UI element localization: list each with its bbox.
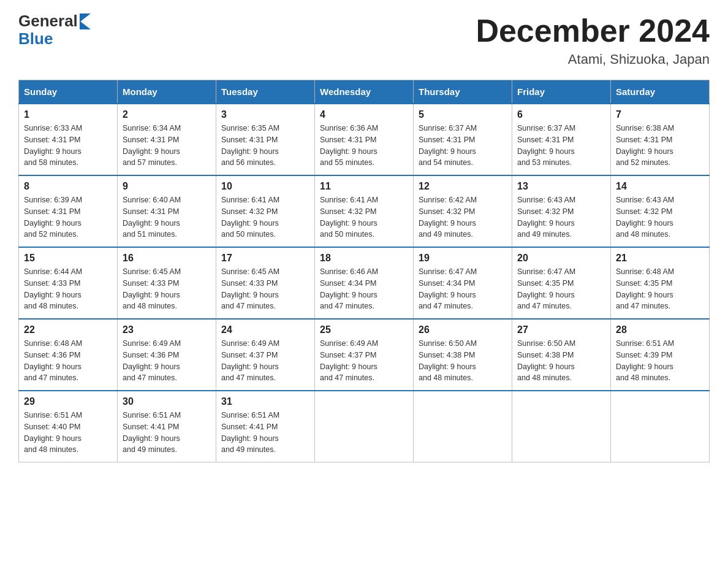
title-block: December 2024 Atami, Shizuoka, Japan	[476, 12, 710, 67]
calendar-day-cell: 29 Sunrise: 6:51 AMSunset: 4:40 PMDaylig…	[19, 391, 118, 462]
calendar-day-cell: 20 Sunrise: 6:47 AMSunset: 4:35 PMDaylig…	[512, 247, 611, 319]
calendar-day-cell: 4 Sunrise: 6:36 AMSunset: 4:31 PMDayligh…	[315, 104, 414, 175]
day-number: 14	[616, 181, 704, 192]
calendar-day-cell: 9 Sunrise: 6:40 AMSunset: 4:31 PMDayligh…	[118, 175, 216, 247]
month-title: December 2024	[476, 12, 710, 49]
day-info: Sunrise: 6:48 AMSunset: 4:35 PMDaylight:…	[616, 266, 704, 312]
day-number: 10	[221, 181, 309, 192]
day-number: 25	[320, 324, 408, 335]
calendar-day-cell	[512, 391, 611, 462]
location: Atami, Shizuoka, Japan	[476, 52, 710, 67]
calendar-day-cell: 22 Sunrise: 6:48 AMSunset: 4:36 PMDaylig…	[19, 319, 118, 391]
calendar-day-cell: 19 Sunrise: 6:47 AMSunset: 4:34 PMDaylig…	[414, 247, 512, 319]
day-number: 28	[616, 324, 704, 335]
calendar-header-row: SundayMondayTuesdayWednesdayThursdayFrid…	[19, 80, 710, 104]
calendar-week-5: 29 Sunrise: 6:51 AMSunset: 4:40 PMDaylig…	[19, 391, 710, 462]
day-number: 23	[123, 324, 211, 335]
day-number: 24	[221, 324, 309, 335]
calendar-day-cell: 7 Sunrise: 6:38 AMSunset: 4:31 PMDayligh…	[611, 104, 710, 175]
day-number: 5	[419, 109, 507, 120]
day-number: 1	[24, 109, 112, 120]
calendar-day-cell: 23 Sunrise: 6:49 AMSunset: 4:36 PMDaylig…	[118, 319, 216, 391]
calendar-day-cell: 28 Sunrise: 6:51 AMSunset: 4:39 PMDaylig…	[611, 319, 710, 391]
calendar-table: SundayMondayTuesdayWednesdayThursdayFrid…	[18, 80, 710, 462]
day-number: 7	[616, 109, 704, 120]
day-info: Sunrise: 6:43 AMSunset: 4:32 PMDaylight:…	[517, 194, 605, 240]
day-info: Sunrise: 6:45 AMSunset: 4:33 PMDaylight:…	[221, 266, 309, 312]
day-info: Sunrise: 6:48 AMSunset: 4:36 PMDaylight:…	[24, 338, 112, 384]
day-info: Sunrise: 6:50 AMSunset: 4:38 PMDaylight:…	[419, 338, 507, 384]
day-info: Sunrise: 6:50 AMSunset: 4:38 PMDaylight:…	[517, 338, 605, 384]
calendar-day-cell: 21 Sunrise: 6:48 AMSunset: 4:35 PMDaylig…	[611, 247, 710, 319]
day-number: 12	[419, 181, 507, 192]
day-info: Sunrise: 6:51 AMSunset: 4:40 PMDaylight:…	[24, 410, 112, 456]
day-number: 8	[24, 181, 112, 192]
calendar-day-cell	[414, 391, 512, 462]
day-info: Sunrise: 6:35 AMSunset: 4:31 PMDaylight:…	[221, 123, 309, 169]
logo: General Blue	[18, 12, 91, 47]
day-number: 2	[123, 109, 211, 120]
day-number: 29	[24, 396, 112, 407]
day-info: Sunrise: 6:49 AMSunset: 4:37 PMDaylight:…	[221, 338, 309, 384]
weekday-header-monday: Monday	[118, 80, 216, 104]
day-number: 22	[24, 324, 112, 335]
calendar-day-cell: 2 Sunrise: 6:34 AMSunset: 4:31 PMDayligh…	[118, 104, 216, 175]
calendar-day-cell: 18 Sunrise: 6:46 AMSunset: 4:34 PMDaylig…	[315, 247, 414, 319]
calendar-day-cell: 25 Sunrise: 6:49 AMSunset: 4:37 PMDaylig…	[315, 319, 414, 391]
day-info: Sunrise: 6:45 AMSunset: 4:33 PMDaylight:…	[123, 266, 211, 312]
calendar-week-4: 22 Sunrise: 6:48 AMSunset: 4:36 PMDaylig…	[19, 319, 710, 391]
day-number: 13	[517, 181, 605, 192]
calendar-day-cell: 24 Sunrise: 6:49 AMSunset: 4:37 PMDaylig…	[216, 319, 315, 391]
day-number: 18	[320, 253, 408, 264]
calendar-day-cell: 15 Sunrise: 6:44 AMSunset: 4:33 PMDaylig…	[19, 247, 118, 319]
day-number: 16	[123, 253, 211, 264]
day-info: Sunrise: 6:34 AMSunset: 4:31 PMDaylight:…	[123, 123, 211, 169]
calendar-day-cell: 31 Sunrise: 6:51 AMSunset: 4:41 PMDaylig…	[216, 391, 315, 462]
logo-text-general: General	[18, 12, 78, 30]
calendar-day-cell	[611, 391, 710, 462]
calendar-day-cell: 5 Sunrise: 6:37 AMSunset: 4:31 PMDayligh…	[414, 104, 512, 175]
calendar-day-cell: 16 Sunrise: 6:45 AMSunset: 4:33 PMDaylig…	[118, 247, 216, 319]
day-info: Sunrise: 6:46 AMSunset: 4:34 PMDaylight:…	[320, 266, 408, 312]
day-info: Sunrise: 6:42 AMSunset: 4:32 PMDaylight:…	[419, 194, 507, 240]
day-info: Sunrise: 6:51 AMSunset: 4:41 PMDaylight:…	[123, 410, 211, 456]
day-number: 17	[221, 253, 309, 264]
day-info: Sunrise: 6:44 AMSunset: 4:33 PMDaylight:…	[24, 266, 112, 312]
calendar-week-2: 8 Sunrise: 6:39 AMSunset: 4:31 PMDayligh…	[19, 175, 710, 247]
day-info: Sunrise: 6:47 AMSunset: 4:34 PMDaylight:…	[419, 266, 507, 312]
day-number: 11	[320, 181, 408, 192]
calendar-day-cell: 11 Sunrise: 6:41 AMSunset: 4:32 PMDaylig…	[315, 175, 414, 247]
weekday-header-tuesday: Tuesday	[216, 80, 315, 104]
day-info: Sunrise: 6:47 AMSunset: 4:35 PMDaylight:…	[517, 266, 605, 312]
day-number: 9	[123, 181, 211, 192]
day-info: Sunrise: 6:40 AMSunset: 4:31 PMDaylight:…	[123, 194, 211, 240]
day-info: Sunrise: 6:41 AMSunset: 4:32 PMDaylight:…	[221, 194, 309, 240]
day-info: Sunrise: 6:36 AMSunset: 4:31 PMDaylight:…	[320, 123, 408, 169]
day-info: Sunrise: 6:33 AMSunset: 4:31 PMDaylight:…	[24, 123, 112, 169]
weekday-header-wednesday: Wednesday	[315, 80, 414, 104]
logo-text-blue: Blue	[18, 30, 53, 48]
calendar-day-cell	[315, 391, 414, 462]
calendar-day-cell: 3 Sunrise: 6:35 AMSunset: 4:31 PMDayligh…	[216, 104, 315, 175]
day-info: Sunrise: 6:41 AMSunset: 4:32 PMDaylight:…	[320, 194, 408, 240]
page-header: General Blue December 2024 Atami, Shizuo…	[18, 12, 710, 67]
day-info: Sunrise: 6:49 AMSunset: 4:36 PMDaylight:…	[123, 338, 211, 384]
calendar-day-cell: 8 Sunrise: 6:39 AMSunset: 4:31 PMDayligh…	[19, 175, 118, 247]
weekday-header-sunday: Sunday	[19, 80, 118, 104]
day-number: 3	[221, 109, 309, 120]
day-info: Sunrise: 6:37 AMSunset: 4:31 PMDaylight:…	[419, 123, 507, 169]
calendar-day-cell: 1 Sunrise: 6:33 AMSunset: 4:31 PMDayligh…	[19, 104, 118, 175]
day-number: 4	[320, 109, 408, 120]
day-number: 27	[517, 324, 605, 335]
calendar-week-3: 15 Sunrise: 6:44 AMSunset: 4:33 PMDaylig…	[19, 247, 710, 319]
day-number: 15	[24, 253, 112, 264]
day-number: 31	[221, 396, 309, 407]
day-number: 19	[419, 253, 507, 264]
day-number: 21	[616, 253, 704, 264]
day-info: Sunrise: 6:51 AMSunset: 4:41 PMDaylight:…	[221, 410, 309, 456]
calendar-day-cell: 27 Sunrise: 6:50 AMSunset: 4:38 PMDaylig…	[512, 319, 611, 391]
day-number: 6	[517, 109, 605, 120]
calendar-day-cell: 12 Sunrise: 6:42 AMSunset: 4:32 PMDaylig…	[414, 175, 512, 247]
calendar-day-cell: 26 Sunrise: 6:50 AMSunset: 4:38 PMDaylig…	[414, 319, 512, 391]
day-info: Sunrise: 6:43 AMSunset: 4:32 PMDaylight:…	[616, 194, 704, 240]
